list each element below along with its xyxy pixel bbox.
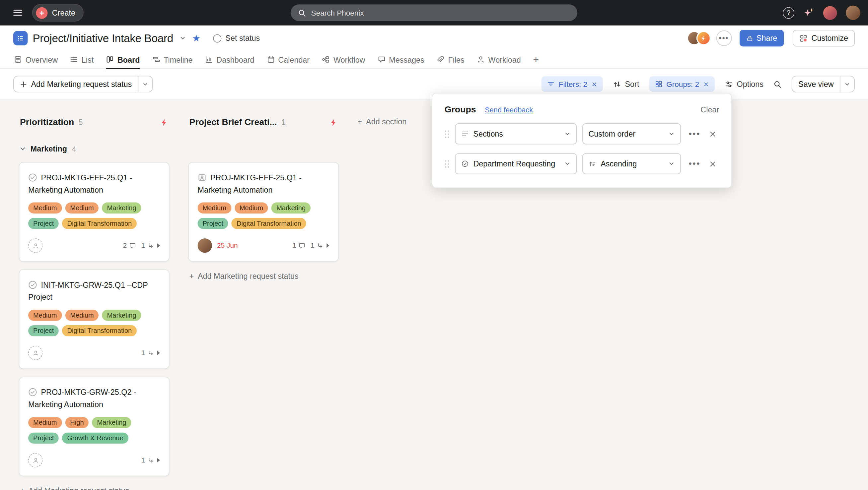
share-button[interactable]: Share <box>739 30 784 46</box>
options-button[interactable]: Options <box>725 79 764 89</box>
row-more-options-button[interactable]: ••• <box>688 159 701 169</box>
unassigned-avatar[interactable] <box>28 238 42 253</box>
app: + Create ? Project/Initiative Intake Boa… <box>0 0 868 490</box>
subtask-count-value: 1 <box>141 349 145 357</box>
set-status-button[interactable]: Set status <box>213 34 260 43</box>
toolbar-right: Filters: 2 Sort Groups: 2 Options <box>541 76 855 93</box>
save-view-button[interactable]: Save view <box>792 76 840 92</box>
check-circle-icon[interactable] <box>28 281 37 289</box>
add-status-button[interactable]: Add Marketing request status <box>14 76 138 92</box>
filters-pill[interactable]: Filters: 2 <box>541 76 603 92</box>
add-section-button[interactable]: + Add section <box>358 117 406 126</box>
drag-handle[interactable] <box>445 130 450 138</box>
more-options-button[interactable]: ••• <box>716 31 732 46</box>
global-search[interactable] <box>291 4 577 21</box>
add-status-dropdown-caret[interactable] <box>138 76 152 92</box>
favorite-star-icon[interactable]: ★ <box>192 33 200 43</box>
expand-subtasks-icon[interactable] <box>327 243 329 248</box>
rules-bolt-icon[interactable] <box>330 118 338 126</box>
card-footer: 25 Jun 1 1 <box>198 238 330 253</box>
tab-files[interactable]: Files <box>436 51 464 68</box>
save-view-split-button: Save view <box>792 76 855 93</box>
project-header: Project/Initiative Intake Board ★ Set st… <box>0 26 868 51</box>
clear-groups-button[interactable]: Clear <box>701 105 719 114</box>
tag: Marketing <box>102 202 141 214</box>
create-button[interactable]: + Create <box>32 4 84 22</box>
expand-subtasks-icon[interactable] <box>157 351 160 355</box>
tab-workflow[interactable]: Workflow <box>322 51 365 68</box>
tab-label: Board <box>118 55 140 64</box>
tag-list: Medium High Marketing Project Growth & R… <box>28 417 160 444</box>
row-more-options-button[interactable]: ••• <box>688 129 701 139</box>
add-card-button[interactable]: + Add Marketing request status <box>188 271 339 281</box>
tab-list[interactable]: List <box>70 51 94 68</box>
subtask-count: 1 <box>141 349 160 357</box>
task-card[interactable]: PROJ-MKTG-EFF-25.Q1 - Marketing Automati… <box>19 162 169 262</box>
groups-pill[interactable]: Groups: 2 <box>649 76 714 92</box>
clear-groups-icon[interactable] <box>703 81 709 87</box>
help-button[interactable]: ? <box>783 7 794 19</box>
tab-board[interactable]: Board <box>106 51 140 68</box>
sort-icon <box>613 80 621 88</box>
page-title: Project/Initiative Intake Board <box>33 32 173 44</box>
send-feedback-link[interactable]: Send feedback <box>485 105 533 114</box>
member-avatar[interactable] <box>823 6 837 20</box>
title-chevron-down-icon[interactable] <box>179 35 186 41</box>
tab-dashboard[interactable]: Dashboard <box>205 51 254 68</box>
drag-handle[interactable] <box>445 160 450 168</box>
section-collapse-chevron-icon[interactable] <box>20 146 26 152</box>
save-view-label: Save view <box>798 79 834 89</box>
tab-label: Workload <box>488 55 521 64</box>
tag: Medium <box>28 202 62 214</box>
unassigned-avatar[interactable] <box>28 346 42 360</box>
check-circle-icon[interactable] <box>28 388 37 397</box>
column-title: Project Brief Creati... <box>189 117 277 127</box>
tab-calendar[interactable]: Calendar <box>267 51 310 68</box>
tab-messages[interactable]: Messages <box>377 51 424 68</box>
save-view-dropdown-caret[interactable] <box>840 76 854 92</box>
remove-group-rule-button[interactable] <box>709 160 717 167</box>
timeline-icon <box>152 55 160 64</box>
tab-label: List <box>82 55 94 64</box>
approval-icon[interactable] <box>198 173 207 182</box>
tab-label: Messages <box>389 55 424 64</box>
add-tab-button[interactable]: + <box>533 54 539 64</box>
sort-button[interactable]: Sort <box>613 79 640 89</box>
add-section-label: Add section <box>366 117 406 126</box>
group-field-value: Department Requesting <box>473 159 559 168</box>
user-avatar[interactable] <box>846 6 860 20</box>
customize-button[interactable]: Customize <box>793 30 855 46</box>
tab-workload[interactable]: Workload <box>476 51 521 68</box>
card-meta: 2 1 <box>123 242 160 249</box>
search-input[interactable] <box>311 9 570 17</box>
filters-label: Filters: 2 <box>559 80 587 88</box>
tag: Medium <box>65 202 98 214</box>
unassigned-avatar[interactable] <box>28 453 42 467</box>
rules-bolt-icon[interactable] <box>160 118 168 126</box>
task-card[interactable]: PROJ-MKTG-EFF-25.Q1 - Marketing Automati… <box>188 162 339 262</box>
person-icon <box>32 457 39 464</box>
rule-avatar[interactable] <box>696 31 710 45</box>
remove-group-rule-button[interactable] <box>709 130 717 138</box>
group-order-select[interactable]: Custom order <box>582 123 681 144</box>
tab-overview[interactable]: Overview <box>14 51 58 68</box>
plus-icon <box>20 80 27 88</box>
task-card[interactable]: INIT-MKTG-GRW-25.Q1 –CDP Project Medium … <box>19 269 169 369</box>
board-search-button[interactable] <box>773 80 782 88</box>
group-order-select[interactable]: Ascending <box>582 153 681 174</box>
assignee-avatar[interactable] <box>198 238 212 253</box>
tag: Project <box>28 325 59 336</box>
tag: Medium <box>65 309 98 321</box>
card-list: PROJ-MKTG-EFF-25.Q1 - Marketing Automati… <box>188 162 339 262</box>
task-card[interactable]: PROJ-MKTG-GRW-25.Q2 - Marketing Automati… <box>19 377 169 476</box>
add-card-button[interactable]: + Add Marketing request status <box>19 486 169 490</box>
expand-subtasks-icon[interactable] <box>157 458 160 462</box>
hamburger-menu-button[interactable] <box>8 3 28 23</box>
tab-timeline[interactable]: Timeline <box>152 51 192 68</box>
check-circle-icon[interactable] <box>28 173 37 182</box>
group-field-select[interactable]: Department Requesting <box>455 153 577 174</box>
ai-sparkles-icon[interactable] <box>803 7 814 18</box>
clear-filters-icon[interactable] <box>591 81 597 87</box>
expand-subtasks-icon[interactable] <box>157 243 160 248</box>
group-field-select[interactable]: Sections <box>455 123 577 144</box>
